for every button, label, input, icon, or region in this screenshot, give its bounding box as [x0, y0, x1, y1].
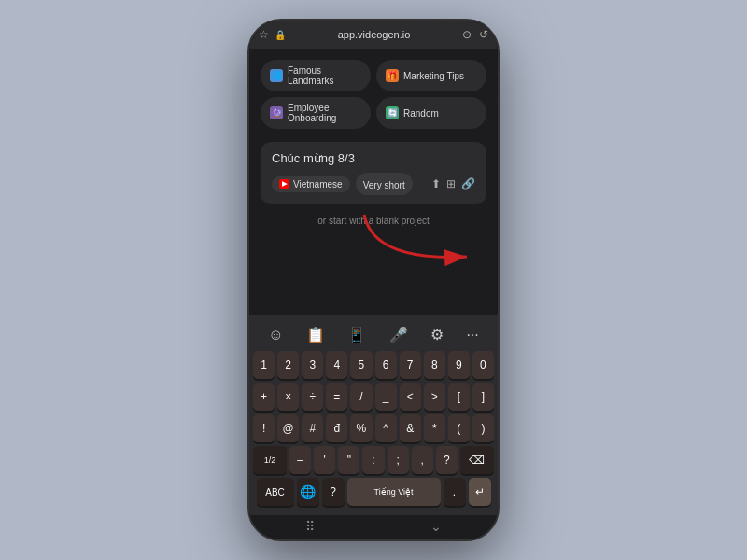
chip-icon-marketing: 🎁 — [386, 69, 399, 82]
duration-badge[interactable]: Very short — [356, 173, 413, 195]
symbol-row-2: ! @ # đ % ^ & * ( ) — [253, 414, 494, 442]
chip-marketing-tips[interactable]: 🎁 Marketing Tips — [376, 60, 486, 91]
bottom-bar: ⠿ ⌄ — [249, 515, 498, 539]
key-dash[interactable]: – — [289, 446, 311, 474]
chip-famous-landmarks[interactable]: 🌐 Famous Landmarks — [261, 60, 371, 91]
key-d-stroke[interactable]: đ — [326, 414, 347, 442]
language-badge[interactable]: ▶ Vietnamese — [272, 176, 350, 192]
key-lt[interactable]: < — [400, 383, 421, 411]
input-text-display: Chúc mừng 8/3 — [272, 151, 475, 165]
key-space[interactable]: Tiếng Việt — [347, 478, 441, 506]
key-apostrophe[interactable]: ' — [314, 446, 335, 474]
key-gt[interactable]: > — [424, 383, 445, 411]
key-divide[interactable]: ÷ — [302, 383, 323, 411]
language-label: Vietnamese — [293, 179, 343, 189]
key-0[interactable]: 0 — [472, 351, 494, 379]
keyboard-top-row: ☺ 📋 📱 🎤 ⚙ ··· — [253, 318, 494, 351]
phone-icon[interactable]: 📱 — [342, 324, 372, 345]
key-6[interactable]: 6 — [375, 351, 397, 379]
url-text: app.videogen.io — [338, 29, 411, 40]
clipboard-icon[interactable]: 📋 — [301, 324, 331, 345]
toolbar-icons: ⬆ ⊞ 🔗 — [431, 177, 475, 190]
bottom-row: ABC 🌐 ? Tiếng Việt . ↵ — [253, 478, 494, 506]
key-caret[interactable]: ^ — [375, 414, 397, 442]
star-icon[interactable]: ☆ — [259, 28, 269, 41]
chip-label-random: Random — [403, 108, 439, 119]
key-lparen[interactable]: ( — [448, 414, 470, 442]
phone-screen: ☆ 🔒 app.videogen.io ⊙ ↺ 🌐 Famous Land — [249, 21, 498, 539]
download-icon[interactable]: ⊙ — [462, 28, 472, 41]
key-1[interactable]: 1 — [253, 351, 275, 379]
chip-label-onboarding: Employee Onboarding — [288, 103, 361, 123]
chip-label-marketing: Marketing Tips — [403, 71, 464, 81]
browser-bar: ☆ 🔒 app.videogen.io ⊙ ↺ — [249, 21, 498, 49]
key-4[interactable]: 4 — [326, 351, 347, 379]
key-globe[interactable]: 🌐 — [297, 478, 319, 506]
key-8[interactable]: 8 — [424, 351, 445, 379]
key-period[interactable]: . — [444, 478, 466, 506]
grid-icon[interactable]: ⊞ — [446, 177, 456, 190]
chevron-down-icon[interactable]: ⌄ — [430, 519, 442, 534]
key-2[interactable]: 2 — [277, 351, 299, 379]
chips-grid: 🌐 Famous Landmarks 🎁 Marketing Tips 🔮 Em… — [261, 60, 486, 129]
key-colon[interactable]: : — [362, 446, 384, 474]
chip-label-landmarks: Famous Landmarks — [288, 65, 361, 86]
key-rbracket[interactable]: ] — [472, 383, 494, 411]
key-abc[interactable]: ABC — [257, 478, 294, 506]
key-times[interactable]: × — [277, 383, 299, 411]
grid-dots-icon[interactable]: ⠿ — [305, 519, 315, 534]
share-icon[interactable]: ⬆ — [431, 177, 441, 190]
duration-label: Very short — [363, 180, 405, 190]
lock-icon: 🔒 — [275, 30, 286, 40]
key-question[interactable]: ? — [436, 446, 458, 474]
key-comma[interactable]: , — [412, 446, 433, 474]
refresh-icon[interactable]: ↺ — [479, 28, 488, 41]
blank-project-text[interactable]: or start with a blank project — [261, 212, 486, 230]
key-star[interactable]: * — [424, 414, 445, 442]
key-9[interactable]: 9 — [448, 351, 470, 379]
mic-icon[interactable]: 🎤 — [384, 324, 414, 345]
key-amp[interactable]: & — [400, 414, 421, 442]
phone-mockup: ☆ 🔒 app.videogen.io ⊙ ↺ 🌐 Famous Land — [247, 19, 500, 541]
link-icon[interactable]: 🔗 — [461, 177, 475, 190]
key-equals[interactable]: = — [326, 383, 347, 411]
key-lbracket[interactable]: [ — [448, 383, 470, 411]
emoji-icon[interactable]: ☺ — [262, 325, 289, 345]
key-enter[interactable]: ↵ — [469, 478, 491, 506]
browser-url[interactable]: app.videogen.io — [291, 29, 457, 40]
chip-icon-onboarding: 🔮 — [270, 106, 283, 119]
key-5[interactable]: 5 — [350, 351, 372, 379]
text-input-area[interactable]: Chúc mừng 8/3 ▶ Vietnamese Very short ⬆ … — [261, 142, 486, 204]
key-question-2[interactable]: ? — [322, 478, 345, 506]
settings-icon[interactable]: ⚙ — [425, 324, 449, 345]
youtube-icon: ▶ — [279, 179, 289, 189]
input-toolbar: ▶ Vietnamese Very short ⬆ ⊞ 🔗 — [272, 173, 475, 195]
key-7[interactable]: 7 — [400, 351, 421, 379]
key-backspace[interactable]: ⌫ — [460, 446, 494, 474]
chip-icon-random: 🔄 — [386, 106, 399, 119]
more-icon[interactable]: ··· — [460, 325, 484, 345]
app-content: 🌐 Famous Landmarks 🎁 Marketing Tips 🔮 Em… — [249, 49, 498, 315]
key-exclaim[interactable]: ! — [253, 414, 275, 442]
chip-icon-landmarks: 🌐 — [270, 69, 283, 82]
keyboard: ☺ 📋 📱 🎤 ⚙ ··· 1 2 3 4 5 6 7 8 — [249, 315, 498, 515]
key-slash[interactable]: / — [350, 383, 372, 411]
key-3[interactable]: 3 — [302, 351, 323, 379]
chip-employee-onboarding[interactable]: 🔮 Employee Onboarding — [261, 97, 371, 129]
key-half[interactable]: 1/2 — [253, 446, 287, 474]
key-percent[interactable]: % — [350, 414, 372, 442]
key-hash[interactable]: # — [302, 414, 323, 442]
key-rparen[interactable]: ) — [472, 414, 494, 442]
key-plus[interactable]: + — [253, 383, 275, 411]
chip-random[interactable]: 🔄 Random — [376, 97, 486, 129]
key-quote[interactable]: " — [338, 446, 359, 474]
number-row: 1 2 3 4 5 6 7 8 9 0 — [253, 351, 494, 379]
key-underscore[interactable]: _ — [375, 383, 397, 411]
key-at[interactable]: @ — [277, 414, 299, 442]
symbol-row-1: + × ÷ = / _ < > [ ] — [253, 383, 494, 411]
key-semicolon[interactable]: ; — [388, 446, 409, 474]
misc-row: 1/2 – ' " : ; , ? ⌫ — [253, 446, 494, 474]
